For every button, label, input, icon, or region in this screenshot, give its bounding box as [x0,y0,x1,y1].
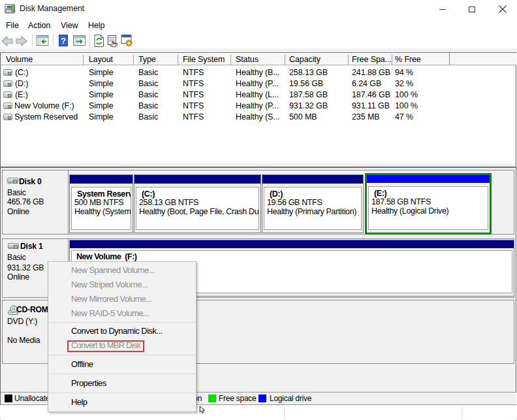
svg-text:?: ? [61,36,66,46]
